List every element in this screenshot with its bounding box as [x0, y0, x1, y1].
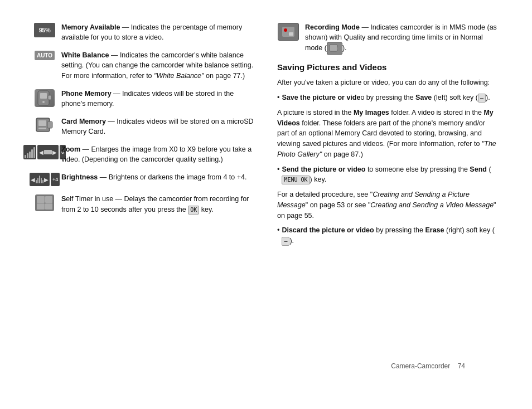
brightness-icon: ◀ ▶ +4 — [33, 173, 56, 186]
photo-gallery-italic: "The Photo Gallery" — [277, 140, 496, 158]
recording-mode-desc2: mode ( — [305, 45, 327, 52]
send-soft-key: MENU OK — [282, 176, 309, 184]
card-memory-label: Card Memory — [61, 118, 106, 125]
ok-key: OK — [188, 206, 199, 215]
recording-mode-icon — [277, 23, 299, 41]
bullet-dot-1: • — [277, 92, 279, 103]
card-memory-item: Card Memory — Indicates videos will be s… — [33, 116, 255, 137]
self-timer-label-rest: elf Timer in use — [66, 195, 113, 203]
memory-available-icon: 95% — [33, 23, 56, 37]
right-column: Recording Mode — Indicates camcorder is … — [277, 22, 499, 251]
phone-mem-graphic — [35, 89, 55, 107]
self-timer-item: Self Timer in use — Delays the camcorder… — [33, 194, 255, 214]
recording-mode-close: ). — [342, 45, 347, 52]
white-balance-italic: "White Balance" — [154, 72, 204, 80]
footer-label: Camera-Camcorder — [391, 362, 450, 370]
storage-paragraph: A picture is stored in the My Images fol… — [277, 108, 499, 160]
white-balance-desc2: on page 77.) — [204, 72, 245, 80]
saving-section-title: Saving Pictures and Videos — [277, 62, 499, 72]
saving-intro: After you've taken a picture or video, y… — [277, 77, 499, 88]
self-timer-desc2: key. — [199, 206, 213, 213]
svg-rect-8 — [330, 45, 337, 51]
phone-memory-label: Phone Memory — [61, 90, 112, 98]
self-timer-graphic — [35, 194, 54, 211]
white-balance-text: White Balance — Indicates the camcorder'… — [61, 50, 255, 80]
recording-mode-label: Recording Mode — [305, 23, 360, 31]
memory-available-label: Memory Available — [61, 23, 120, 31]
zoom-icon: ◀ ▶ 0 — [33, 145, 56, 159]
svg-rect-5 — [38, 120, 46, 126]
discard-bullet-text: Discard the picture or video by pressing… — [282, 225, 499, 246]
zoom-desc: — Enlarges the image from X0 to X9 befor… — [61, 145, 252, 163]
white-balance-item: AUTO White Balance — Indicates the camco… — [33, 50, 255, 80]
saving-section: Saving Pictures and Videos After you've … — [277, 62, 499, 246]
svg-marker-9 — [337, 47, 340, 50]
send-key-bold: Send — [470, 165, 487, 173]
procedure-paragraph: For a detailed procedure, see "Creating … — [277, 189, 499, 221]
memory-available-item: 95% Memory Available — Indicates the per… — [33, 22, 255, 42]
bullet-dot-2: • — [277, 164, 279, 186]
save-soft-key: — — [478, 94, 486, 103]
brightness-desc: — Brightens or darkens the image from 4 … — [98, 173, 246, 181]
recording-mode-text: Recording Mode — Indicates camcorder is … — [305, 22, 499, 55]
brightness-label: Brightness — [61, 173, 98, 181]
svg-rect-3 — [48, 95, 51, 100]
discard-bold: Discard the picture or video — [282, 226, 374, 234]
discard-bullet: • Discard the picture or video by pressi… — [277, 225, 499, 246]
send-bullet: • Send the picture or video to someone e… — [277, 164, 499, 186]
erase-bold: Erase — [425, 226, 444, 234]
phone-memory-text: Phone Memory — Indicates videos will be … — [61, 89, 255, 109]
card-memory-icon — [33, 117, 56, 133]
auto-icon-graphic: AUTO — [35, 51, 55, 60]
normal-mode-icon — [327, 42, 342, 55]
svg-rect-1 — [40, 93, 47, 99]
creating-vid-italic: Creating and Sending a Video Message — [370, 201, 494, 209]
white-balance-label: White Balance — [61, 51, 109, 59]
left-column: 95% Memory Available — Indicates the per… — [33, 22, 255, 251]
send-bold: Send the picture or video — [282, 165, 365, 173]
card-mem-graphic — [35, 117, 54, 133]
my-images-bold: My Images — [354, 109, 389, 116]
memory-available-text: Memory Available — Indicates the percent… — [61, 22, 255, 42]
save-key-bold: Save — [415, 94, 432, 101]
recording-mode-item: Recording Mode — Indicates camcorder is … — [277, 22, 499, 55]
save-bullet: • Save the picture or video by pressing … — [277, 92, 499, 103]
self-timer-icon — [33, 194, 56, 211]
svg-rect-7 — [47, 121, 52, 128]
brightness-item: ◀ ▶ +4 — [33, 172, 255, 186]
zoom-text: Zoom — Enlarges the image from X0 to X9 … — [61, 144, 255, 164]
bullet-dot-3: • — [277, 225, 279, 246]
svg-point-2 — [42, 101, 45, 103]
brightness-text: Brightness — Brightens or darkens the im… — [61, 172, 255, 182]
zoom-item: ◀ ▶ 0 Zoom — Enlarges the image from X0 … — [33, 144, 255, 164]
erase-soft-key: — — [282, 237, 289, 246]
rec-graphic — [278, 23, 299, 41]
zoom-label: Zoom — [61, 145, 80, 153]
memory-icon-graphic: 95% — [34, 23, 55, 37]
page-footer: Camera-Camcorder 74 — [391, 362, 465, 370]
svg-rect-6 — [38, 128, 46, 129]
self-timer-text: Self Timer in use — Delays the camcorder… — [61, 194, 255, 214]
phone-memory-item: Phone Memory — Indicates videos will be … — [33, 89, 255, 109]
phone-memory-icon — [33, 89, 56, 107]
card-memory-text: Card Memory — Indicates videos will be s… — [61, 116, 255, 137]
send-bullet-text: Send the picture or video to someone els… — [282, 164, 499, 186]
save-bullet-text: Save the picture or video by pressing th… — [282, 92, 490, 103]
save-bold: Save the picture or vide — [282, 94, 360, 101]
footer-page: 74 — [458, 362, 465, 370]
white-balance-icon: AUTO — [33, 51, 56, 60]
